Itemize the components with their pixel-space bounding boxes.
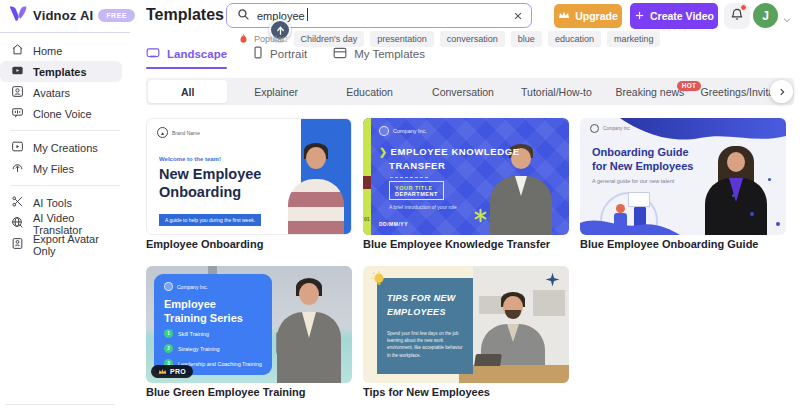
brand-logo-icon: ▲ bbox=[157, 127, 168, 138]
thumb-brand-name: Company Inc. bbox=[603, 126, 631, 131]
tab-label: My Templates bbox=[354, 48, 425, 60]
orientation-tabs: Landscape Portrait My Templates bbox=[146, 46, 425, 69]
sidebar-divider bbox=[10, 130, 120, 131]
portrait-icon bbox=[253, 46, 263, 61]
category-education[interactable]: Education bbox=[323, 78, 416, 105]
sidebar-item-export-avatar-only[interactable]: Export Avatar Only bbox=[0, 234, 122, 255]
decor-dot bbox=[732, 194, 735, 197]
thumb-headline-line2: for New Employees bbox=[592, 160, 693, 174]
tab-landscape[interactable]: Landscape bbox=[146, 46, 227, 69]
sidebar-label: My Files bbox=[33, 163, 74, 175]
card-title-blue-employee-knowledge-transfer[interactable]: Blue Employee Knowledge Transfer bbox=[363, 238, 550, 250]
category-label: All bbox=[181, 86, 194, 98]
page-title: Templates bbox=[146, 6, 224, 24]
sidebar-item-home[interactable]: Home bbox=[0, 40, 122, 61]
card-title-tips-for-new-employees[interactable]: Tips for New Employees bbox=[363, 386, 490, 398]
tab-my-templates[interactable]: My Templates bbox=[333, 46, 425, 69]
tag-blue[interactable]: blue bbox=[511, 31, 542, 47]
tag-childrens-day[interactable]: Children's day bbox=[294, 31, 365, 47]
list-number: 2 bbox=[164, 344, 173, 353]
create-video-button[interactable]: Create Video bbox=[630, 3, 718, 29]
pro-badge-label: PRO bbox=[170, 368, 186, 375]
category-label: Explainer bbox=[254, 86, 298, 98]
upgrade-button[interactable]: Upgrade bbox=[554, 4, 622, 28]
clone-voice-icon bbox=[11, 105, 24, 123]
thumb-headline-line1: Employee bbox=[164, 297, 243, 311]
thumb-headline-line1: TIPS FOR NEW bbox=[387, 292, 456, 306]
popular-label: Popular: bbox=[254, 34, 288, 44]
sidebar-item-my-files[interactable]: My Files bbox=[0, 158, 122, 179]
thumb-body-text: Spend your first few days on the job lea… bbox=[387, 330, 465, 359]
thumb-shelf bbox=[533, 290, 565, 316]
thumb-kicker: Welcome to the team! bbox=[159, 156, 221, 162]
landscape-icon bbox=[146, 47, 160, 61]
template-card-blue-employee-knowledge-transfer[interactable]: 01 Company Inc. ❯EMPLOYEE KNOWLEDGE TRAN… bbox=[363, 118, 569, 235]
category-all[interactable]: All bbox=[148, 80, 227, 103]
thumb-headline-line1: Onboarding Guide bbox=[592, 146, 693, 160]
category-breaking-news[interactable]: Breaking news HOT bbox=[603, 78, 696, 105]
sidebar-item-templates[interactable]: Templates bbox=[0, 61, 122, 82]
card-title-blue-employee-onboarding-guide[interactable]: Blue Employee Onboarding Guide bbox=[580, 238, 758, 250]
thumb-headline: Employee Training Series bbox=[164, 297, 243, 326]
template-card-blue-employee-onboarding-guide[interactable]: Company Inc. Onboarding Guide for New Em… bbox=[580, 118, 786, 235]
free-plan-badge: FREE bbox=[98, 9, 135, 22]
decor-dot bbox=[776, 222, 780, 226]
brand-logo[interactable]: Vidnoz AI FREE bbox=[8, 5, 135, 26]
search-input[interactable] bbox=[257, 10, 513, 22]
thumb-brand-name: Company Inc. bbox=[393, 128, 427, 134]
sidebar-label: Templates bbox=[33, 66, 87, 78]
card-title-blue-green-employee-training[interactable]: Blue Green Employee Training bbox=[146, 386, 306, 398]
card-title-employee-onboarding[interactable]: Employee Onboarding bbox=[146, 238, 263, 250]
thumb-brand-name: Company Inc. bbox=[177, 284, 208, 290]
sidebar-item-my-creations[interactable]: My Creations bbox=[0, 137, 122, 158]
tag-marketing[interactable]: marketing bbox=[607, 31, 661, 47]
tab-label: Landscape bbox=[167, 48, 227, 60]
category-tutorial-how-to[interactable]: Tutorial/How-to bbox=[510, 78, 603, 105]
sidebar-bottom-divider bbox=[5, 404, 115, 405]
thumb-dashed-line bbox=[390, 177, 428, 178]
ai-tools-icon bbox=[11, 194, 24, 212]
avatars-icon bbox=[11, 84, 24, 102]
crown-icon bbox=[158, 368, 167, 375]
thumb-brand-row: ▲ Brand Name bbox=[157, 127, 200, 138]
thumb-box-line2: DEPARTMENT bbox=[395, 191, 438, 197]
sidebar-label: Clone Voice bbox=[33, 108, 92, 120]
clear-search-icon[interactable] bbox=[513, 11, 523, 21]
tag-education[interactable]: education bbox=[548, 31, 601, 47]
thumb-brand-name: Brand Name bbox=[172, 130, 200, 136]
thumb-headline-line2: TRANSFER bbox=[379, 159, 520, 173]
thumb-laptop bbox=[474, 354, 502, 366]
brand-logo-icon bbox=[164, 282, 173, 291]
arrow-glyph: ❯ bbox=[379, 146, 388, 157]
template-card-blue-green-employee-training[interactable]: Company Inc. Employee Training Series 1 … bbox=[146, 266, 352, 383]
sidebar-item-ai-video-translator[interactable]: AI Video Translator bbox=[0, 213, 122, 234]
thumb-headline-line2: Training Series bbox=[164, 311, 243, 325]
plus-icon bbox=[634, 10, 645, 23]
sidebar-item-clone-voice[interactable]: Clone Voice bbox=[0, 103, 122, 124]
sidebar-label: Export Avatar Only bbox=[33, 233, 122, 257]
account-menu-chevron[interactable] bbox=[782, 11, 792, 29]
thumb-list-item: 2 Strategy Training bbox=[164, 344, 220, 353]
sidebar-item-avatars[interactable]: Avatars bbox=[0, 82, 122, 103]
sidebar-label: Home bbox=[33, 45, 62, 57]
category-conversation[interactable]: Conversation bbox=[416, 78, 509, 105]
template-card-employee-onboarding[interactable]: ▲ Brand Name Welcome to the team! New Em… bbox=[146, 118, 352, 235]
category-explainer[interactable]: Explainer bbox=[229, 78, 322, 105]
category-label: Education bbox=[346, 86, 393, 98]
thumb-list-item: 1 Skill Training bbox=[164, 329, 209, 338]
brand-logo-icon bbox=[379, 126, 389, 136]
thumb-headline: ❯EMPLOYEE KNOWLEDGE TRANSFER bbox=[379, 145, 520, 173]
home-icon bbox=[11, 42, 24, 60]
my-files-icon bbox=[11, 160, 24, 178]
thumb-date: DD/MM/YY bbox=[379, 221, 408, 227]
tag-presentation[interactable]: presentation bbox=[370, 31, 434, 47]
category-label: Conversation bbox=[432, 86, 494, 98]
category-label: Breaking news bbox=[615, 86, 684, 98]
tag-conversation[interactable]: conversation bbox=[440, 31, 505, 47]
thumb-headline: Onboarding Guide for New Employees bbox=[592, 146, 693, 174]
user-avatar[interactable]: J bbox=[753, 3, 778, 28]
template-card-tips-for-new-employees[interactable]: TIPS FOR NEW EMPLOYEES Spend your first … bbox=[363, 266, 569, 383]
category-scroll-right-button[interactable] bbox=[770, 80, 793, 103]
tab-portrait[interactable]: Portrait bbox=[253, 46, 307, 69]
sidebar-item-ai-tools[interactable]: AI Tools bbox=[0, 192, 122, 213]
